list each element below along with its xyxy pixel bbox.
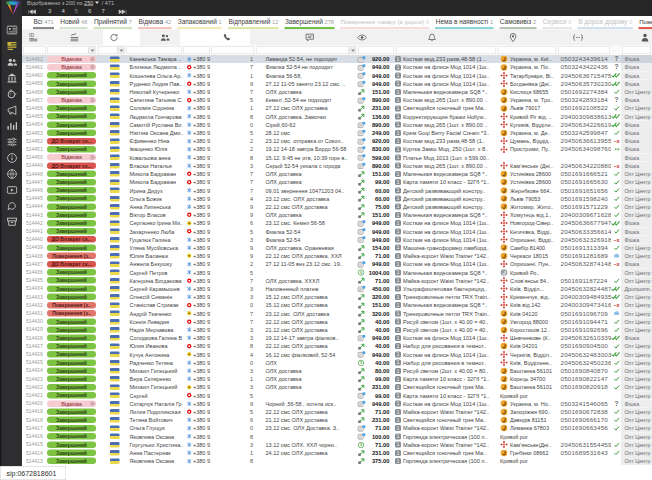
svg-text:ID: ID <box>29 34 34 39</box>
svg-text:$: $ <box>360 360 363 365</box>
svg-text:$: $ <box>360 442 363 447</box>
svg-text:$: $ <box>360 270 363 275</box>
